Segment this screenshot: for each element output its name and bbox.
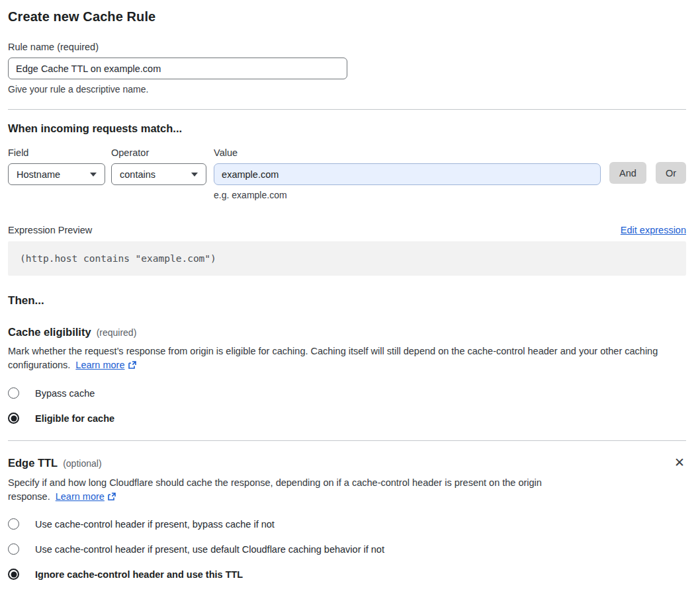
chevron-down-icon [90,173,97,177]
operator-select[interactable]: contains [111,163,206,185]
rule-name-input-value: Edge Cache TTL on example.com [16,63,161,74]
radio-checked-icon[interactable] [8,569,19,580]
radio-icon[interactable] [8,518,19,530]
radio-use-header-bypass[interactable]: Use cache-control header if present, byp… [8,518,686,530]
cache-eligibility-qualifier: (required) [97,327,137,338]
or-button[interactable]: Or [656,162,686,184]
divider-edge-ttl [8,440,686,441]
value-input-value: example.com [222,169,279,180]
cache-eligibility-learn-more-link[interactable]: Learn more [75,360,124,370]
field-select-value: Hostname [17,169,60,180]
field-select[interactable]: Hostname [8,163,105,185]
rule-name-label: Rule name (required) [8,42,686,52]
edit-expression-link[interactable]: Edit expression [621,225,686,235]
and-button[interactable]: And [609,162,646,184]
operator-label: Operator [111,147,206,158]
divider-top [8,109,686,110]
radio-label: Bypass cache [35,388,95,399]
edge-ttl-learn-more-link[interactable]: Learn more [56,491,105,502]
page-title: Create new Cache Rule [8,9,686,24]
radio-label: Use cache-control header if present, byp… [35,519,275,530]
match-row: Field Hostname Operator contains Value e… [8,147,686,200]
edge-ttl-title: Edge TTL [8,457,58,469]
cache-eligibility-title: Cache eligibility [8,326,91,339]
radio-icon[interactable] [8,543,19,555]
value-input[interactable]: example.com [214,163,601,185]
then-heading: Then... [8,294,686,307]
operator-select-value: contains [120,169,155,180]
cache-eligibility-header: Cache eligibility (required) [8,326,686,339]
radio-label: Ignore cache-control header and use this… [35,569,243,580]
radio-bypass-cache[interactable]: Bypass cache [8,387,686,399]
radio-ignore-header-ttl[interactable]: Ignore cache-control header and use this… [8,569,686,580]
value-help: e.g. example.com [214,190,601,200]
field-label: Field [8,147,105,158]
external-link-icon [107,491,116,505]
edge-ttl-description: Specify if and how long Cloudflare shoul… [8,476,564,505]
radio-icon[interactable] [8,387,19,399]
match-heading: When incoming requests match... [8,122,686,135]
edge-ttl-qualifier: (optional) [63,458,101,469]
external-link-icon [128,360,137,374]
expression-header: Expression Preview Edit expression [8,225,686,235]
radio-checked-icon[interactable] [8,413,19,424]
rule-name-input[interactable]: Edge Cache TTL on example.com [8,58,347,79]
rule-name-section: Rule name (required) Edge Cache TTL on e… [8,42,686,95]
rule-name-help: Give your rule a descriptive name. [8,84,686,95]
radio-label: Eligible for cache [35,413,114,424]
close-icon[interactable]: ✕ [673,455,686,470]
radio-label: Use cache-control header if present, use… [35,544,384,555]
radio-eligible-for-cache[interactable]: Eligible for cache [8,413,686,424]
value-label: Value [214,147,601,158]
radio-use-header-default[interactable]: Use cache-control header if present, use… [8,543,686,555]
edge-ttl-header: Edge TTL (optional) ✕ [8,455,686,470]
expression-code: (http.host contains "example.com") [8,241,686,276]
expression-preview-label: Expression Preview [8,225,92,235]
cache-eligibility-description: Mark whether the request’s response from… [8,344,686,374]
chevron-down-icon [191,173,198,177]
